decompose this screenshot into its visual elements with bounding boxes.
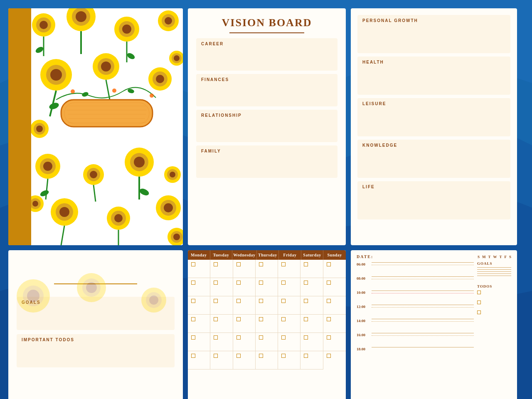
cal-cell — [300, 315, 323, 333]
cal-checkbox[interactable] — [214, 335, 218, 340]
cal-cell — [210, 315, 233, 333]
cal-cell — [300, 260, 323, 278]
weekly-calendar-panel: Monday Tuesday Wednesday Thursday Friday… — [188, 250, 346, 399]
time-line-dotted — [372, 307, 474, 308]
day-m: M — [482, 255, 486, 259]
cal-cell — [256, 315, 278, 333]
cal-checkbox[interactable] — [281, 281, 286, 285]
cal-cell — [323, 260, 346, 278]
svg-point-13 — [122, 25, 131, 34]
cal-checkbox[interactable] — [304, 317, 308, 321]
cal-checkbox[interactable] — [236, 335, 241, 340]
svg-point-41 — [71, 89, 75, 94]
family-section: FAMILY — [196, 145, 337, 178]
cal-checkbox[interactable] — [304, 262, 308, 266]
todo-checkbox-1[interactable] — [477, 291, 481, 294]
todo-checkbox-3[interactable] — [477, 310, 481, 314]
cal-checkbox[interactable] — [191, 317, 195, 321]
time-row-1200: 12:00 — [357, 303, 474, 316]
cal-checkbox[interactable] — [191, 354, 195, 358]
life-label: LIFE — [362, 185, 505, 189]
time-lines-1400 — [372, 317, 474, 324]
cal-cell — [233, 315, 256, 333]
cal-checkbox[interactable] — [259, 299, 263, 303]
cal-checkbox[interactable] — [214, 354, 218, 358]
cal-checkbox[interactable] — [191, 262, 195, 266]
time-line — [372, 319, 474, 319]
svg-point-48 — [43, 162, 52, 171]
cal-checkbox[interactable] — [327, 299, 331, 303]
cal-checkbox[interactable] — [236, 281, 241, 285]
time-row-1400: 14:00 — [357, 317, 474, 330]
cal-cell — [233, 260, 256, 278]
saturday-header: Saturday — [301, 250, 324, 260]
friday-header: Friday — [279, 250, 301, 260]
cal-checkbox[interactable] — [327, 335, 331, 340]
cal-checkbox[interactable] — [214, 317, 218, 321]
finances-label: FINANCES — [201, 77, 332, 82]
cal-checkbox[interactable] — [327, 281, 331, 285]
cal-checkbox[interactable] — [327, 317, 331, 321]
cal-checkbox[interactable] — [191, 281, 195, 285]
cal-checkbox[interactable] — [259, 262, 263, 266]
svg-point-30 — [156, 75, 164, 83]
cal-checkbox[interactable] — [214, 281, 218, 285]
todo-checkbox-2[interactable] — [477, 300, 481, 304]
calendar-grid — [188, 260, 346, 369]
cal-cell — [188, 296, 210, 315]
goals-line-5 — [477, 276, 511, 276]
time-lines-1000 — [372, 289, 474, 296]
cal-checkbox[interactable] — [191, 299, 195, 303]
cal-cell — [300, 351, 323, 369]
goals-line-1 — [477, 267, 511, 268]
svg-point-21 — [50, 69, 62, 81]
leisure-section: LEISURE — [357, 98, 510, 136]
bottom-left-panel: GOALS IMPORTANT TODOS — [8, 250, 183, 399]
cal-checkbox[interactable] — [304, 354, 308, 358]
cal-cell — [323, 333, 346, 351]
cal-cell — [323, 315, 346, 333]
time-line — [372, 276, 474, 277]
cal-checkbox[interactable] — [304, 335, 308, 340]
time-lines-0600 — [372, 261, 474, 267]
cal-checkbox[interactable] — [259, 281, 263, 285]
cal-checkbox[interactable] — [327, 262, 331, 266]
cal-checkbox[interactable] — [304, 281, 308, 285]
daily-planner-panel: DATE: S M T W T F S 06:00 — [351, 250, 517, 399]
cal-cell — [256, 260, 278, 278]
time-schedule: 06:00 08:00 10:00 — [357, 261, 474, 360]
cal-checkbox[interactable] — [236, 299, 241, 303]
time-row-1000: 10:00 — [357, 289, 474, 302]
time-1600: 16:00 — [357, 331, 372, 337]
cal-checkbox[interactable] — [236, 354, 241, 358]
day-s1: S — [478, 255, 480, 259]
cal-checkbox[interactable] — [281, 262, 286, 266]
cal-cell — [256, 278, 278, 296]
cal-checkbox[interactable] — [327, 354, 331, 358]
cal-checkbox[interactable] — [281, 335, 286, 340]
svg-point-9 — [76, 11, 86, 22]
notebook-spine — [8, 8, 31, 245]
wednesday-header: Wednesday — [232, 250, 256, 260]
cal-cell — [278, 278, 300, 296]
relationship-label: RELATIONSHIP — [201, 113, 332, 118]
svg-point-82 — [173, 234, 180, 240]
time-1800: 18:00 — [357, 345, 372, 351]
time-0600: 06:00 — [357, 261, 372, 266]
monday-header: Monday — [188, 250, 210, 260]
cal-checkbox[interactable] — [281, 317, 286, 321]
cal-checkbox[interactable] — [281, 299, 286, 303]
cal-checkbox[interactable] — [236, 262, 241, 266]
cal-checkbox[interactable] — [214, 262, 218, 266]
cal-cell — [233, 333, 256, 351]
cal-checkbox[interactable] — [214, 299, 218, 303]
cal-cell — [256, 351, 278, 369]
cal-checkbox[interactable] — [259, 317, 263, 321]
cal-checkbox[interactable] — [281, 354, 286, 358]
cal-checkbox[interactable] — [191, 335, 195, 340]
cal-checkbox[interactable] — [236, 317, 241, 321]
cal-checkbox[interactable] — [259, 335, 263, 340]
cal-checkbox[interactable] — [304, 299, 308, 303]
cal-checkbox[interactable] — [259, 354, 263, 358]
knowledge-label: KNOWLEDGE — [362, 143, 505, 148]
